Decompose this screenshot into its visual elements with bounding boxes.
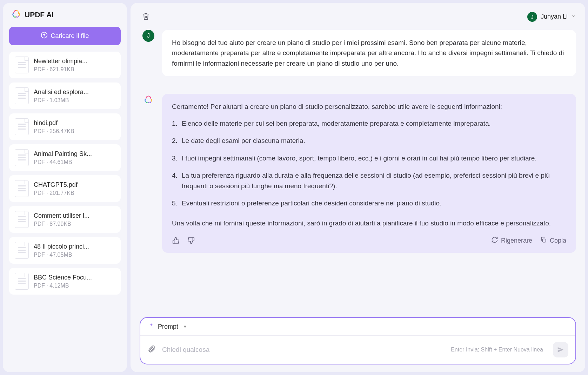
prompt-selector[interactable]: Prompt ▼: [140, 318, 575, 336]
caret-down-icon: ▼: [183, 324, 187, 329]
file-icon: [15, 118, 29, 135]
file-item[interactable]: CHATGPT5.pdfPDF · 201.77KB: [9, 175, 121, 202]
file-item[interactable]: Animal Painting Sk...PDF · 44.61MB: [9, 144, 121, 171]
attach-button[interactable]: [147, 345, 156, 355]
chevron-down-icon: [571, 14, 576, 20]
file-name: Comment utiliser l...: [34, 212, 115, 219]
ai-intro-text: Certamente! Per aiutarti a creare un pia…: [172, 101, 566, 112]
composer-body: Enter Invia; Shift + Enter Nuova linea: [140, 336, 575, 364]
file-icon: [15, 242, 29, 259]
file-item[interactable]: Analisi ed esplora...PDF · 1.03MB: [9, 83, 121, 109]
ai-message-row: Certamente! Per aiutarti a creare un pia…: [142, 94, 576, 253]
regenerate-button[interactable]: Rigenerare: [491, 236, 532, 245]
file-meta: PDF · 44.61MB: [34, 159, 115, 165]
main-header: J Junyan Li: [140, 10, 576, 24]
file-name: hindi.pdf: [34, 119, 115, 127]
ai-list-item: I tuoi impegni settimanali (come lavoro,…: [172, 153, 566, 163]
file-meta: PDF · 621.91KB: [34, 66, 115, 73]
file-meta: PDF · 201.77KB: [34, 190, 115, 196]
svg-rect-1: [542, 239, 546, 242]
input-hint: Enter Invia; Shift + Enter Nuova linea: [451, 347, 543, 353]
copy-button[interactable]: Copia: [540, 236, 566, 245]
ai-message-bubble: Certamente! Per aiutarti a creare un pia…: [162, 94, 576, 253]
upload-file-button[interactable]: Caricare il file: [9, 27, 121, 45]
refresh-icon: [491, 236, 498, 245]
user-message-avatar: J: [142, 30, 154, 42]
file-name: Animal Painting Sk...: [34, 150, 115, 158]
file-meta: PDF · 256.47KB: [34, 128, 115, 134]
file-icon: [15, 273, 29, 290]
user-message-row: J Ho bisogno del tuo aiuto per creare un…: [142, 30, 576, 76]
ai-list-item: La tua preferenza riguardo alla durata e…: [172, 170, 566, 191]
file-icon: [15, 87, 29, 104]
file-list: Newletter olimpia...PDF · 621.91KBAnalis…: [9, 52, 121, 366]
user-avatar: J: [527, 12, 537, 22]
app-title: UPDF AI: [25, 11, 54, 19]
upload-label: Caricare il file: [51, 32, 89, 40]
user-message-bubble: Ho bisogno del tuo aiuto per creare un p…: [162, 30, 576, 76]
thumbs-down-button[interactable]: [187, 237, 195, 244]
file-item[interactable]: hindi.pdfPDF · 256.47KB: [9, 113, 121, 140]
copy-icon: [540, 236, 547, 245]
user-menu[interactable]: J Junyan Li: [527, 12, 576, 22]
ai-list-item: Eventuali restrizioni o preferenze parti…: [172, 198, 566, 208]
file-icon: [15, 211, 29, 228]
chat-area: J Ho bisogno del tuo aiuto per creare un…: [140, 30, 576, 309]
file-item[interactable]: BBC Science Focu...PDF · 4.12MB: [9, 268, 121, 295]
prompt-label: Prompt: [158, 323, 178, 330]
file-icon: [15, 180, 29, 197]
file-icon: [15, 57, 29, 73]
file-item[interactable]: Comment utiliser l...PDF · 87.99KB: [9, 206, 121, 233]
file-name: CHATGPT5.pdf: [34, 181, 115, 189]
user-name: Junyan Li: [541, 13, 568, 20]
ai-list-item: Elenco delle materie per cui sei ben pre…: [172, 118, 566, 129]
sparkle-icon: [148, 323, 154, 330]
main-panel: J Junyan Li J Ho bisogno del tuo aiuto p…: [131, 3, 585, 372]
file-name: Analisi ed esplora...: [34, 88, 115, 96]
ai-outro-text: Una volta che mi fornirai queste informa…: [172, 218, 566, 228]
file-meta: PDF · 47.05MB: [34, 252, 115, 258]
thumbs-up-button[interactable]: [172, 237, 180, 244]
file-meta: PDF · 87.99KB: [34, 221, 115, 227]
delete-conversation-button[interactable]: [140, 10, 152, 24]
ai-list-item: Le date degli esami per ciascuna materia…: [172, 136, 566, 146]
chat-input[interactable]: [162, 346, 445, 354]
app-logo-icon: [11, 9, 21, 20]
ai-avatar-icon: [142, 94, 154, 106]
upload-icon: [41, 32, 48, 40]
file-meta: PDF · 4.12MB: [34, 283, 115, 289]
sidebar-header: UPDF AI: [9, 9, 121, 20]
message-actions: Rigenerare Copia: [172, 236, 566, 245]
send-button[interactable]: [553, 342, 568, 357]
file-item[interactable]: 48 Il piccolo princi...PDF · 47.05MB: [9, 237, 121, 264]
sidebar: UPDF AI Caricare il file Newletter olimp…: [3, 3, 127, 372]
file-item[interactable]: Newletter olimpia...PDF · 621.91KB: [9, 52, 121, 78]
file-icon: [15, 149, 29, 166]
ai-numbered-list: Elenco delle materie per cui sei ben pre…: [172, 118, 566, 216]
file-meta: PDF · 1.03MB: [34, 97, 115, 104]
file-name: BBC Science Focu...: [34, 274, 115, 281]
composer: Prompt ▼ Enter Invia; Shift + Enter Nuov…: [140, 317, 576, 364]
file-name: 48 Il piccolo princi...: [34, 243, 115, 250]
file-name: Newletter olimpia...: [34, 58, 115, 65]
